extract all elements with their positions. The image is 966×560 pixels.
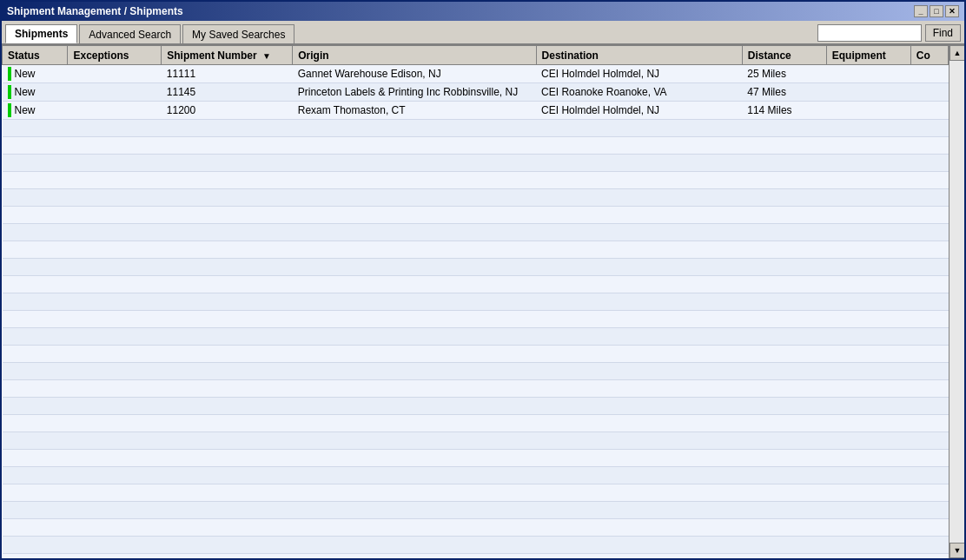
search-input[interactable] — [817, 24, 922, 42]
v-scroll-track[interactable] — [949, 61, 964, 543]
table-row-empty — [3, 554, 949, 559]
table-row-empty — [3, 519, 949, 537]
table-row-empty — [3, 484, 949, 502]
cell-equipment — [826, 102, 910, 120]
cell-co — [910, 83, 948, 102]
tab-advanced-search[interactable]: Advanced Search — [79, 24, 181, 43]
cell-destination: CEI Holmdel Holmdel, NJ — [536, 102, 742, 120]
col-header-destination[interactable]: Destination — [536, 46, 742, 65]
col-header-shipment-number[interactable]: Shipment Number ▼ — [162, 46, 293, 65]
table-row-empty — [3, 276, 949, 293]
title-bar: Shipment Management / Shipments _ □ ✕ — [2, 2, 964, 21]
table-row-empty — [3, 189, 949, 207]
minimize-button[interactable]: _ — [914, 5, 928, 17]
cell-equipment — [826, 65, 910, 83]
table-row-empty — [3, 398, 949, 415]
table-row-empty — [3, 537, 949, 554]
cell-equipment — [826, 83, 910, 102]
table-row[interactable]: New11111Gannet Warehouse Edison, NJCEI H… — [3, 65, 949, 83]
table-row-empty — [3, 293, 949, 311]
table-row-empty — [3, 328, 949, 346]
tab-shipments-label: Shipments — [15, 28, 68, 40]
col-header-status[interactable]: Status — [3, 46, 68, 65]
find-button[interactable]: Find — [925, 24, 961, 42]
tab-shipments[interactable]: Shipments — [5, 24, 77, 43]
table-row-empty — [3, 120, 949, 137]
cell-exceptions — [68, 65, 162, 83]
table-row-empty — [3, 380, 949, 398]
cell-exceptions — [68, 83, 162, 102]
cell-status: New — [3, 83, 68, 102]
cell-distance: 114 Miles — [742, 102, 826, 120]
window-title: Shipment Management / Shipments — [7, 5, 183, 17]
col-header-distance[interactable]: Distance — [742, 46, 826, 65]
table-row-empty — [3, 172, 949, 189]
table-row-empty — [3, 363, 949, 380]
table-scroll-area: Status Exceptions Shipment Number ▼ Orig… — [2, 45, 949, 558]
tab-saved-searches[interactable]: My Saved Searches — [182, 24, 294, 43]
cell-shipment-number: 11145 — [162, 83, 293, 102]
main-content: Status Exceptions Shipment Number ▼ Orig… — [2, 45, 964, 558]
cell-origin: Princeton Labels & Printing Inc Robbinsv… — [293, 83, 536, 102]
table-row-empty — [3, 346, 949, 363]
tab-bar: Shipments Advanced Search My Saved Searc… — [2, 21, 964, 45]
col-header-co[interactable]: Co — [910, 46, 948, 65]
cell-destination: CEI Holmdel Holmdel, NJ — [536, 65, 742, 83]
cell-status: New — [3, 65, 68, 83]
cell-exceptions — [68, 102, 162, 120]
table-wrapper: Status Exceptions Shipment Number ▼ Orig… — [2, 45, 964, 558]
title-bar-buttons: _ □ ✕ — [914, 5, 959, 17]
tab-saved-searches-label: My Saved Searches — [192, 29, 285, 41]
table-row-empty — [3, 224, 949, 241]
table-row-empty — [3, 259, 949, 276]
close-button[interactable]: ✕ — [945, 5, 959, 17]
table-row-empty — [3, 207, 949, 224]
table-row-empty — [3, 137, 949, 155]
table-row-empty — [3, 502, 949, 519]
cell-shipment-number: 11111 — [162, 65, 293, 83]
main-window: Shipment Management / Shipments _ □ ✕ Sh… — [0, 0, 966, 560]
scroll-down-button[interactable]: ▼ — [949, 543, 964, 558]
cell-origin: Gannet Warehouse Edison, NJ — [293, 65, 536, 83]
col-header-exceptions[interactable]: Exceptions — [68, 46, 162, 65]
sort-arrow-icon: ▼ — [262, 51, 271, 61]
table-row-empty — [3, 311, 949, 328]
cell-shipment-number: 11200 — [162, 102, 293, 120]
cell-distance: 25 Miles — [742, 65, 826, 83]
vertical-scrollbar: ▲ ▼ — [949, 45, 964, 558]
table-row-empty — [3, 467, 949, 484]
cell-origin: Rexam Thomaston, CT — [293, 102, 536, 120]
table-row-empty — [3, 155, 949, 172]
col-header-origin[interactable]: Origin — [293, 46, 536, 65]
cell-destination: CEI Roanoke Roanoke, VA — [536, 83, 742, 102]
cell-status: New — [3, 102, 68, 120]
data-table: Status Exceptions Shipment Number ▼ Orig… — [2, 45, 949, 558]
cell-co — [910, 102, 948, 120]
tab-advanced-search-label: Advanced Search — [89, 29, 171, 41]
table-row[interactable]: New11145Princeton Labels & Printing Inc … — [3, 83, 949, 102]
table-row-empty — [3, 432, 949, 450]
restore-button[interactable]: □ — [930, 5, 943, 17]
cell-distance: 47 Miles — [742, 83, 826, 102]
cell-co — [910, 65, 948, 83]
table-row-empty — [3, 415, 949, 432]
col-header-equipment[interactable]: Equipment — [826, 46, 910, 65]
table-row[interactable]: New11200Rexam Thomaston, CTCEI Holmdel H… — [3, 102, 949, 120]
table-row-empty — [3, 241, 949, 259]
scroll-up-button[interactable]: ▲ — [949, 45, 964, 61]
search-area: Find — [817, 24, 961, 43]
table-row-empty — [3, 450, 949, 467]
